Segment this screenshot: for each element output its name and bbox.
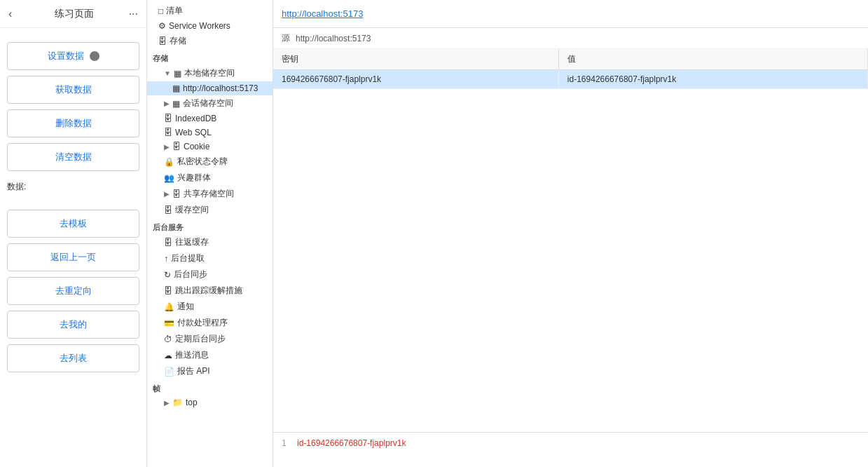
frames-section-label: 帧 [147, 379, 273, 395]
manifest-icon: □ [158, 6, 163, 16]
source-bar: 源 http://localhost:5173 [273, 28, 868, 49]
get-data-button[interactable]: 获取数据 [7, 76, 139, 104]
background-fetch-label: 后台提取 [171, 252, 205, 264]
source-label: 源 [282, 32, 290, 44]
devtools-topbar: http://localhost:5173 [273, 0, 868, 28]
devtools-panel: □ 清单 ⚙ Service Workers 🗄 存储 存储 ▼ ▦ 本地储存空… [147, 0, 868, 467]
clear-data-label: 清空数据 [55, 151, 92, 162]
websql-icon: 🗄 [164, 128, 172, 137]
nav-buttons-group: 去模板 返回上一页 去重定向 去我的 去列表 [0, 196, 146, 379]
periodic-sync-label: 定期后台同步 [175, 333, 226, 345]
frames-top-icon: 📁 [172, 398, 183, 407]
more-button[interactable]: ··· [129, 8, 138, 20]
tree-item-indexeddb[interactable]: 🗄 IndexedDB [147, 111, 273, 126]
notifications-icon: 🔔 [164, 302, 174, 312]
table-cell-value: id-1694266676807-fjaplprv1k [558, 70, 867, 89]
col-header-key: 密钥 [273, 49, 558, 70]
tree-item-background-sync[interactable]: ↻ 后台同步 [147, 266, 273, 283]
tree-item-background-fetch[interactable]: ↑ 后台提取 [147, 250, 273, 266]
payment-handler-icon: 💳 [164, 318, 174, 328]
go-back-button[interactable]: 返回上一页 [7, 243, 139, 271]
value-display: 1 id-1694266676807-fjaplprv1k [273, 432, 868, 467]
private-token-icon: 🔒 [164, 157, 174, 167]
session-storage-label: 会话储存空间 [183, 97, 233, 109]
tree-item-manifest[interactable]: □ 清单 [147, 3, 273, 19]
cookie-arrow: ▶ [164, 143, 170, 151]
tree-item-payment-handler[interactable]: 💳 付款处理程序 [147, 315, 273, 331]
storage-url[interactable]: http://localhost:5173 [282, 8, 363, 19]
shared-storage-icon: 🗄 [172, 189, 181, 199]
session-storage-arrow: ▶ [164, 100, 170, 107]
shared-storage-arrow: ▶ [164, 190, 170, 198]
table-cell-key: 1694266676807-fjaplprv1k [273, 70, 558, 89]
tree-item-local-storage[interactable]: ▼ ▦ 本地储存空间 [147, 65, 273, 81]
reporting-api-label: 报告 API [177, 365, 210, 377]
page-title: 练习页面 [20, 8, 128, 20]
app-panel: ‹ 练习页面 ··· 设置数据 获取数据 删除数据 清空数据 数据: [0, 0, 147, 467]
background-sync-icon: ↻ [164, 270, 171, 280]
interest-group-label: 兴趣群体 [177, 172, 211, 184]
tree-item-interest-group[interactable]: 👥 兴趣群体 [147, 170, 273, 186]
reporting-api-icon: 📄 [164, 367, 174, 377]
devtools-tree: □ 清单 ⚙ Service Workers 🗄 存储 存储 ▼ ▦ 本地储存空… [147, 0, 273, 467]
storage-header-label: 存储 [170, 35, 186, 47]
source-value: http://localhost:5173 [296, 34, 371, 43]
storage-table: 密钥 值 1694266676807-fjaplprv1k id-1694266… [273, 49, 868, 89]
app-topbar: ‹ 练习页面 ··· [0, 0, 146, 28]
tree-item-storage-header[interactable]: 🗄 存储 [147, 33, 273, 49]
value-text: id-1694266676807-fjaplprv1k [297, 438, 406, 448]
tree-item-push-messaging[interactable]: ☁ 推送消息 [147, 347, 273, 363]
periodic-sync-icon: ⏱ [164, 334, 172, 344]
toggle-indicator [90, 51, 99, 61]
table-row[interactable]: 1694266676807-fjaplprv1k id-169426667680… [273, 70, 868, 89]
local-storage-arrow: ▼ [164, 69, 171, 77]
cache-storage-icon: 🗄 [164, 205, 172, 215]
interest-group-icon: 👥 [164, 173, 174, 183]
col-header-value: 值 [558, 49, 867, 70]
cookie-label: Cookie [184, 142, 209, 151]
right-panel: http://localhost:5173 源 http://localhost… [273, 0, 868, 467]
storage-header-icon: 🗄 [158, 36, 167, 46]
data-label: 数据: [0, 178, 146, 196]
local-storage-label: 本地储存空间 [184, 67, 235, 79]
bounce-tracking-label: 跳出跟踪缓解措施 [175, 285, 242, 297]
tree-item-session-storage[interactable]: ▶ ▦ 会话储存空间 [147, 95, 273, 111]
tree-item-frames-top[interactable]: ▶ 📁 top [147, 395, 273, 410]
back-forward-cache-label: 往返缓存 [175, 236, 209, 248]
background-sync-label: 后台同步 [174, 269, 207, 280]
back-forward-cache-icon: 🗄 [164, 238, 172, 248]
go-list-button[interactable]: 去列表 [7, 344, 139, 372]
manifest-label: 清单 [166, 5, 183, 17]
background-fetch-icon: ↑ [164, 254, 168, 264]
frames-top-arrow: ▶ [164, 399, 170, 407]
tree-item-localhost[interactable]: ▦ http://localhost:5173 [147, 81, 273, 95]
tree-item-websql[interactable]: 🗄 Web SQL [147, 126, 273, 140]
tree-item-service-workers[interactable]: ⚙ Service Workers [147, 19, 273, 33]
tree-item-shared-storage[interactable]: ▶ 🗄 共享存储空间 [147, 186, 273, 202]
localhost-label: http://localhost:5173 [183, 83, 258, 93]
cookie-icon: 🗄 [172, 142, 181, 151]
tree-item-private-token[interactable]: 🔒 私密状态令牌 [147, 154, 273, 170]
session-storage-icon: ▦ [172, 99, 180, 109]
tree-item-cookie[interactable]: ▶ 🗄 Cookie [147, 140, 273, 154]
tree-item-periodic-sync[interactable]: ⏱ 定期后台同步 [147, 331, 273, 347]
set-data-button[interactable]: 设置数据 [7, 42, 139, 70]
indexeddb-icon: 🗄 [164, 114, 172, 123]
back-button[interactable]: ‹ [8, 8, 12, 20]
shared-storage-label: 共享存储空间 [184, 188, 234, 200]
localhost-icon: ▦ [172, 83, 180, 93]
bounce-tracking-icon: 🗄 [164, 286, 172, 296]
push-messaging-label: 推送消息 [175, 349, 209, 361]
clear-data-button[interactable]: 清空数据 [7, 143, 139, 171]
tree-item-reporting-api[interactable]: 📄 报告 API [147, 363, 273, 379]
payment-handler-label: 付款处理程序 [177, 317, 228, 329]
go-template-button[interactable]: 去模板 [7, 210, 139, 238]
go-mine-button[interactable]: 去我的 [7, 311, 139, 339]
go-redirect-button[interactable]: 去重定向 [7, 277, 139, 305]
main-container: ‹ 练习页面 ··· 设置数据 获取数据 删除数据 清空数据 数据: [0, 0, 868, 467]
delete-data-button[interactable]: 删除数据 [7, 109, 139, 137]
tree-item-back-forward-cache[interactable]: 🗄 往返缓存 [147, 234, 273, 250]
tree-item-cache-storage[interactable]: 🗄 缓存空间 [147, 202, 273, 218]
tree-item-notifications[interactable]: 🔔 通知 [147, 299, 273, 315]
tree-item-bounce-tracking[interactable]: 🗄 跳出跟踪缓解措施 [147, 283, 273, 299]
